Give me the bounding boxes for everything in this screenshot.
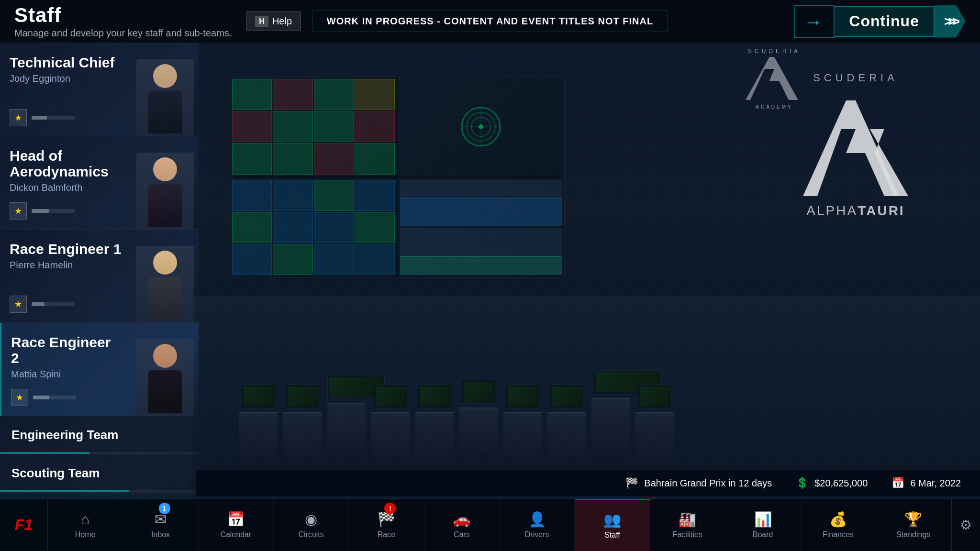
person-body: [148, 184, 182, 227]
nav-label-finances: Finances: [823, 530, 854, 539]
f1-text: F1: [15, 516, 33, 534]
nav-label-standings: Standings: [896, 530, 930, 539]
nav-item-calendar[interactable]: 📅 Calendar: [199, 499, 274, 551]
nav-item-board[interactable]: 📊 Board: [725, 499, 801, 551]
staff-role: Technical Chief: [10, 55, 122, 70]
nav-label-staff: Staff: [604, 531, 620, 540]
nav-label-calendar: Calendar: [220, 530, 251, 539]
subteam-label: Engineering Team: [11, 428, 118, 442]
staff-card-head-of-aero[interactable]: Head of Aerodynamics Dickon Balmforth ★: [0, 136, 199, 230]
nav-item-inbox[interactable]: 1 ✉ Inbox: [123, 499, 198, 551]
nav-item-finances[interactable]: 💰 Finances: [801, 499, 876, 551]
staff-info: Race Engineer 1 Pierre Hamelin ★: [0, 230, 132, 322]
staff-card-race-engineer-2[interactable]: Race Engineer 2 Mattia Spini ★: [0, 323, 199, 416]
date-text: 6 Mar, 2022: [910, 478, 961, 489]
nav-item-drivers[interactable]: 👤 Drivers: [500, 499, 575, 551]
calendar-nav-icon: 📅: [227, 511, 245, 528]
inbox-badge: 1: [159, 503, 170, 514]
staff-photo: [132, 136, 199, 229]
svg-text:SCUDERIA: SCUDERIA: [813, 72, 898, 84]
subteam-scouting-team[interactable]: Scouting Team: [0, 454, 199, 493]
screen-panel-1: [230, 77, 397, 176]
subteam-engineering-team[interactable]: Engineering Team: [0, 416, 199, 454]
stat-bar: [32, 302, 75, 306]
finances-icon: 💰: [829, 511, 847, 528]
continue-text-bg: Continue: [835, 6, 935, 37]
nav-item-cars[interactable]: 🚗 Cars: [424, 499, 500, 551]
continue-button[interactable]: → Continue >>>: [794, 5, 966, 38]
page-subtitle: Manage and develop your key staff and su…: [14, 28, 232, 39]
page-title: Staff: [14, 4, 232, 27]
stat-star-icon: ★: [10, 296, 27, 313]
staff-name: Pierre Hamelin: [10, 260, 122, 271]
workstation-area: [239, 398, 908, 470]
stat-bar: [32, 116, 75, 120]
staff-stats: ★: [10, 202, 122, 220]
continue-arrow-icon: →: [805, 12, 824, 31]
nav-item-facilities[interactable]: 🏭 Facilities: [650, 499, 725, 551]
staff-role: Race Engineer 2: [11, 334, 122, 366]
staff-stats: ★: [11, 389, 122, 406]
photo-placeholder: [136, 59, 194, 136]
money-status: 💲 $20,625,000: [796, 477, 868, 489]
screen-panel-3: [230, 178, 397, 277]
status-bar: 🏁 Bahrain Grand Prix in 12 days 💲 $20,62…: [196, 470, 980, 496]
stat-bar-fill: [32, 302, 45, 306]
nav-label-facilities: Facilities: [673, 530, 702, 539]
nav-item-home[interactable]: ⌂ Home: [48, 499, 123, 551]
nav-item-circuits[interactable]: ◉ Circuits: [274, 499, 349, 551]
svg-text:ALPHATAURI: ALPHATAURI: [806, 203, 904, 218]
nav-items: ⌂ Home 1 ✉ Inbox 📅 Calendar ◉ Circuits !…: [48, 499, 951, 551]
continue-chevrons: >>>: [935, 5, 966, 38]
staff-name: Dickon Balmforth: [10, 182, 122, 193]
page-title-section: Staff Manage and develop your key staff …: [14, 4, 232, 39]
nav-label-race: Race: [378, 530, 395, 539]
subteam-progress-fill: [0, 452, 89, 454]
settings-button[interactable]: ⚙: [951, 499, 980, 551]
drivers-icon: 👤: [528, 511, 546, 528]
date-status: 📅 6 Mar, 2022: [891, 477, 961, 489]
staff-role: Race Engineer 1: [10, 241, 122, 257]
stat-star-icon: ★: [10, 202, 27, 220]
stat-bar: [33, 396, 76, 399]
staff-info: Race Engineer 2 Mattia Spini ★: [1, 323, 132, 416]
subteam-label: Scouting Team: [11, 466, 100, 481]
staff-photo: [132, 230, 199, 322]
staff-info: Head of Aerodynamics Dickon Balmforth ★: [0, 136, 132, 229]
help-button[interactable]: H Help: [246, 11, 301, 31]
nav-label-cars: Cars: [454, 530, 470, 539]
flag-icon: 🏁: [625, 477, 638, 489]
subteam-pit-crew[interactable]: Pit Crew: [0, 493, 199, 498]
gear-icon: ⚙: [960, 517, 972, 533]
person-silhouette: [144, 157, 187, 229]
person-body: [148, 277, 182, 320]
nav-label-home: Home: [75, 530, 96, 539]
money-icon: 💲: [796, 477, 809, 489]
f1-logo: F1: [0, 499, 48, 551]
board-icon: 📊: [754, 511, 772, 528]
stat-bar-fill: [33, 396, 49, 399]
help-key: H: [255, 16, 268, 27]
staff-info: Technical Chief Jody Egginton ★: [0, 43, 132, 136]
person-head: [153, 251, 177, 275]
subteam-progress-bar: [0, 490, 199, 492]
staff-name: Jody Egginton: [10, 73, 122, 84]
staff-card-technical-chief[interactable]: Technical Chief Jody Egginton ★: [0, 43, 199, 136]
bottom-nav-bar: F1 ⌂ Home 1 ✉ Inbox 📅 Calendar ◉ Circuit…: [0, 498, 980, 551]
nav-item-race[interactable]: ! 🏁 Race: [349, 499, 424, 551]
cars-icon: 🚗: [453, 511, 470, 528]
stat-bar-fill: [32, 116, 47, 120]
staff-card-race-engineer-1[interactable]: Race Engineer 1 Pierre Hamelin ★: [0, 230, 199, 323]
nav-item-staff[interactable]: 👥 Staff: [575, 499, 650, 551]
staff-stats: ★: [10, 109, 122, 126]
stat-star-icon: ★: [10, 109, 27, 126]
sidebar: Technical Chief Jody Egginton ★ Head o: [0, 43, 199, 498]
help-label: Help: [272, 16, 292, 27]
staff-stats: ★: [10, 296, 122, 313]
nav-item-standings[interactable]: 🏆 Standings: [876, 499, 951, 551]
person-body: [148, 370, 182, 413]
staff-name: Mattia Spini: [11, 369, 122, 380]
staff-photo: [132, 43, 199, 136]
money-text: $20,625,000: [814, 478, 868, 489]
nav-label-drivers: Drivers: [525, 530, 549, 539]
